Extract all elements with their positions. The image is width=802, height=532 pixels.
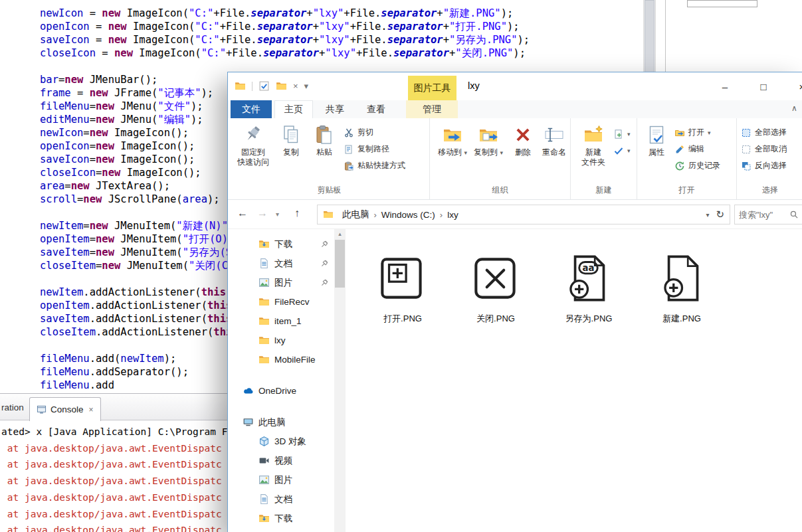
console-icon: [37, 404, 47, 414]
file-list-area[interactable]: 打开.PNG关闭.PNGaa另存为.PNG新建.PNG: [346, 229, 802, 532]
group-label: 新建: [571, 185, 637, 196]
sidebar-item[interactable]: 文档: [228, 254, 334, 273]
button-label: 复制到 ▾: [474, 147, 503, 158]
scrollbar-thumb[interactable]: [335, 240, 345, 288]
customize-qat-icon[interactable]: ▾: [304, 81, 309, 91]
button-label: 全部取消: [755, 143, 787, 155]
new-folder-icon: [583, 124, 604, 145]
tab-file[interactable]: 文件: [231, 100, 272, 118]
folder-icon: [258, 315, 270, 327]
address-toolbar: ← → ▾ ↑ 此电脑 › Windows (C:) › lxy ▾ ↻: [228, 200, 802, 229]
refresh-icon[interactable]: ↻: [714, 209, 730, 221]
ribbon-group-new: 新建文件夹 ▾ ▾ 新建: [571, 118, 637, 199]
properties-check-icon[interactable]: [258, 80, 270, 92]
edit-button[interactable]: 编辑: [674, 142, 720, 156]
titlebar[interactable]: × ▾ 图片工具 lxy – □ ×: [228, 72, 802, 100]
sidebar-item[interactable]: 图片: [228, 470, 334, 489]
partial-view-box: [687, 0, 757, 7]
tab-view[interactable]: 查看: [357, 100, 395, 118]
sidebar-item[interactable]: 下载: [228, 234, 334, 254]
search-box[interactable]: [734, 205, 802, 224]
picture-tools-contextual-header[interactable]: 图片工具: [408, 76, 456, 100]
sidebar-item[interactable]: 视频: [228, 451, 334, 470]
button-label: 粘贴: [316, 147, 332, 157]
sidebar-item[interactable]: 音乐: [228, 528, 334, 532]
close-tab-icon[interactable]: ×: [89, 405, 94, 414]
objects3d-icon: [258, 436, 270, 447]
properties-button[interactable]: 属性: [641, 122, 672, 157]
file-item[interactable]: 新建.PNG: [635, 248, 728, 325]
open-button[interactable]: 打开 ▾: [674, 126, 720, 139]
recent-locations-icon[interactable]: ▾: [276, 211, 279, 218]
file-name: 打开.PNG: [383, 313, 422, 325]
breadcrumb-lxy[interactable]: lxy: [443, 210, 463, 220]
scroll-up-icon[interactable]: ▴: [334, 230, 346, 237]
select-none-button[interactable]: 全部取消: [741, 142, 787, 156]
sidebar-item[interactable]: MobileFile: [228, 350, 334, 369]
up-button[interactable]: ↑: [294, 207, 300, 219]
paste-shortcut-button[interactable]: 粘贴快捷方式: [344, 159, 405, 173]
file-item[interactable]: aa另存为.PNG: [542, 248, 635, 325]
sidebar-item[interactable]: 图片: [228, 273, 334, 292]
sidebar-item[interactable]: lxy: [228, 331, 334, 350]
forward-button[interactable]: →: [257, 207, 268, 219]
button-label: 打开: [688, 127, 704, 138]
sidebar-item[interactable]: 文档: [228, 489, 334, 509]
button-label: 编辑: [688, 143, 704, 155]
file-item[interactable]: 打开.PNG: [356, 248, 449, 325]
back-button[interactable]: ←: [237, 207, 248, 219]
new-folder-qat-icon[interactable]: [276, 80, 287, 92]
file-item[interactable]: 关闭.PNG: [449, 248, 542, 325]
easy-access-icon: [613, 145, 624, 156]
sidebar-item[interactable]: FileRecv: [228, 292, 334, 311]
file-explorer-window: × ▾ 图片工具 lxy – □ × 文件 主页 共享 查看 管理 ∧ 固定到快…: [227, 72, 802, 532]
breadcrumb-windows-c[interactable]: Windows (C:): [377, 210, 440, 220]
tab-console[interactable]: Console ×: [29, 397, 101, 421]
pin-to-quick-access-button[interactable]: 固定到快速访问: [233, 122, 273, 167]
group-label: 打开: [637, 185, 736, 196]
button-label: 删除: [515, 147, 531, 157]
maximize-button[interactable]: □: [744, 72, 783, 100]
delete-button[interactable]: 删除: [508, 122, 538, 157]
close-button[interactable]: ×: [783, 72, 802, 100]
tab-home[interactable]: 主页: [274, 100, 313, 118]
address-bar[interactable]: 此电脑 › Windows (C:) › lxy ▾ ↻: [317, 205, 730, 224]
tab-share[interactable]: 共享: [316, 100, 354, 118]
chevron-down-icon: ▾: [627, 131, 631, 137]
sidebar-item[interactable]: 3D 对象: [228, 432, 334, 451]
search-input[interactable]: [739, 210, 789, 220]
copy-path-button[interactable]: 复制路径: [344, 142, 405, 156]
paste-button[interactable]: 粘贴: [309, 122, 340, 157]
copy-button[interactable]: 复制: [276, 122, 306, 157]
sidebar-item[interactable]: 此电脑: [228, 412, 334, 432]
copy-to-button[interactable]: 复制到 ▾: [471, 122, 506, 158]
sidebar-item-label: OneDrive: [258, 386, 296, 396]
breadcrumb-this-pc[interactable]: 此电脑: [338, 209, 374, 221]
img-open-icon: [372, 248, 433, 309]
sidebar-scrollbar[interactable]: ▴: [334, 229, 346, 532]
copy-path-icon: [344, 144, 354, 155]
copy-icon: [280, 124, 302, 145]
tab-label: Console: [50, 404, 84, 414]
img-new-icon: [651, 248, 712, 309]
collapse-ribbon-icon[interactable]: ∧: [791, 104, 797, 113]
easy-access-button[interactable]: ▾: [613, 143, 631, 157]
address-dropdown-icon[interactable]: ▾: [700, 211, 714, 219]
select-all-button[interactable]: 全部选择: [741, 126, 787, 139]
delete-qat-icon[interactable]: ×: [293, 81, 298, 91]
cut-button[interactable]: 剪切: [344, 126, 405, 139]
new-item-button[interactable]: ▾: [613, 127, 631, 141]
sidebar-item[interactable]: item_1: [228, 311, 334, 331]
rename-button[interactable]: 重命名: [539, 122, 569, 157]
sidebar-item[interactable]: OneDrive: [228, 381, 334, 400]
minimize-button[interactable]: –: [706, 72, 744, 100]
sidebar-item-label: 文档: [274, 493, 292, 505]
tab-declaration-partial[interactable]: ration: [1, 402, 24, 412]
select-all-icon: [741, 128, 752, 138]
history-button[interactable]: 历史记录: [674, 159, 720, 173]
move-to-button[interactable]: 移动到 ▾: [435, 122, 470, 158]
new-folder-button[interactable]: 新建文件夹: [575, 122, 612, 167]
invert-selection-button[interactable]: 反向选择: [741, 159, 787, 173]
sidebar-item[interactable]: 下载: [228, 509, 334, 528]
tab-manage[interactable]: 管理: [406, 100, 458, 118]
